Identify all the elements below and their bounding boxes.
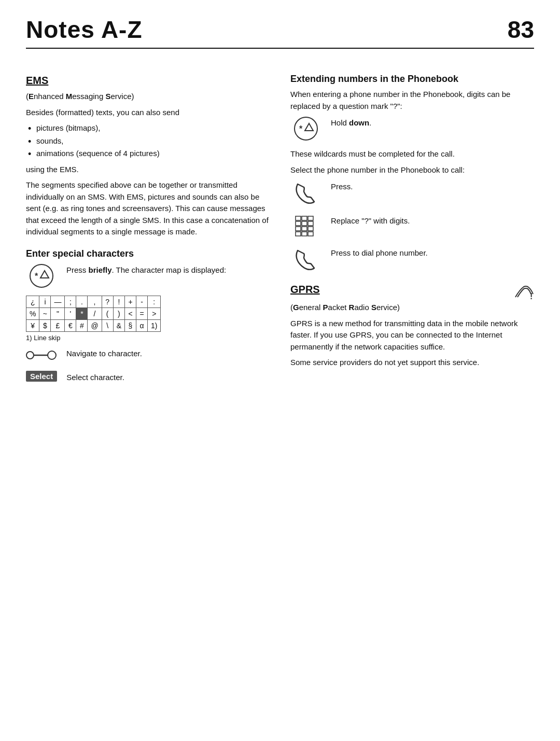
svg-point-3 — [26, 352, 34, 359]
svg-marker-2 — [40, 271, 49, 278]
list-item: animations (sequence of 4 pictures) — [26, 148, 270, 160]
star-key-icon-cell: * — [26, 263, 57, 288]
keypad-row: Replace "?" with digits. — [290, 214, 534, 239]
char-table: ¿ i — ; . , ? ! + - : — [26, 296, 161, 332]
char-cell: ? — [102, 296, 113, 307]
svg-rect-14 — [308, 221, 313, 226]
extending-heading: Extending numbers in the Phonebook — [290, 74, 534, 85]
svg-text:*: * — [299, 124, 303, 133]
char-cell: , — [88, 296, 102, 307]
char-cell: % — [26, 307, 39, 319]
phone-press-icon-cell — [290, 180, 321, 207]
left-column: EMS (Enhanced Messaging Service) Besides… — [26, 64, 270, 390]
char-cell: 1) — [148, 319, 161, 331]
ems-bullet-list: pictures (bitmaps), sounds, animations (… — [26, 122, 270, 160]
svg-text:!: ! — [530, 292, 533, 299]
char-cell-selected: * — [76, 307, 88, 319]
char-cell: . — [76, 296, 88, 307]
gprs-body2: Some service providers do not yet suppor… — [290, 357, 534, 369]
svg-rect-18 — [296, 232, 301, 236]
char-cell: @ — [88, 319, 102, 331]
svg-rect-17 — [308, 227, 313, 231]
extending-body1: When entering a phone number in the Phon… — [290, 89, 534, 112]
hold-key-icon: * — [293, 116, 318, 141]
enter-special-section: Enter special characters * Press briefly… — [26, 248, 270, 384]
char-row: ¿ i — ; . , ? ! + - : — [26, 296, 161, 307]
char-cell: > — [148, 307, 161, 319]
press-phone-row: Press. — [290, 180, 534, 207]
hold-key-icon-cell: * — [290, 116, 321, 141]
svg-rect-20 — [308, 232, 313, 236]
char-row: % ~ " ' * / ( ) < = > — [26, 307, 161, 319]
svg-rect-9 — [296, 216, 301, 220]
ems-m: M — [66, 92, 73, 101]
char-cell: \ — [102, 319, 113, 331]
star-key-icon: * — [29, 263, 54, 288]
char-cell: + — [125, 296, 136, 307]
char-cell: £ — [51, 319, 65, 331]
char-cell: ~ — [39, 307, 51, 319]
select-button[interactable]: Select — [26, 371, 57, 382]
footnote: 1) Line skip — [26, 334, 270, 342]
keypad-icon-cell — [290, 214, 321, 239]
svg-rect-19 — [302, 232, 307, 236]
char-cell: " — [51, 307, 65, 319]
keypad-icon — [293, 214, 318, 239]
char-cell: ; — [65, 296, 76, 307]
char-cell: & — [113, 319, 124, 331]
ems-body: The segments specified above can be toge… — [26, 179, 270, 238]
ems-s: S — [105, 92, 110, 101]
list-item: pictures (bitmaps), — [26, 122, 270, 134]
svg-rect-12 — [296, 221, 301, 226]
char-cell: : — [148, 296, 161, 307]
page-number: 83 — [508, 16, 534, 44]
gprs-heading: GPRS — [290, 284, 320, 296]
char-cell: / — [88, 307, 102, 319]
gprs-body1: GPRS is a new method for transmitting da… — [290, 318, 534, 353]
char-cell: ' — [65, 307, 76, 319]
char-cell: # — [76, 319, 88, 331]
select-row: Select Select character. — [26, 371, 270, 384]
svg-marker-8 — [305, 123, 313, 131]
page-title: Notes A-Z — [26, 16, 143, 44]
ems-using: using the EMS. — [26, 164, 270, 176]
char-cell: i — [39, 296, 51, 307]
gprs-acronym: (General Packet Radio Service) — [290, 302, 534, 314]
right-column: Extending numbers in the Phonebook When … — [290, 64, 534, 373]
wildcards-text: These wildcards must be completed for th… — [290, 148, 534, 160]
ems-intro: Besides (formatted) texts, you can also … — [26, 107, 270, 119]
hold-down-text: Hold down. — [331, 116, 534, 129]
gprs-header-row: GPRS ! — [290, 284, 534, 300]
press-briefly-row: * Press briefly. The character map is di… — [26, 263, 270, 288]
navigate-text: Navigate to character. — [66, 347, 270, 360]
char-row: ¥ $ £ € # @ \ & § α 1) — [26, 319, 161, 331]
select-phonebook-text: Select the phone number in the Phonebook… — [290, 164, 534, 176]
char-cell: $ — [39, 319, 51, 331]
svg-text:*: * — [35, 272, 38, 281]
char-cell: ) — [113, 307, 124, 319]
ems-heading: EMS — [26, 75, 270, 87]
replace-text: Replace "?" with digits. — [331, 214, 534, 227]
extending-section: Extending numbers in the Phonebook When … — [290, 74, 534, 273]
gprs-signal-icon: ! — [514, 285, 534, 299]
char-cell: ¥ — [26, 319, 39, 331]
char-cell: - — [136, 296, 148, 307]
char-cell: α — [136, 319, 148, 331]
dial-row: Press to dial phone number. — [290, 246, 534, 273]
phone-dial-icon — [292, 246, 319, 273]
page: Notes A-Z 83 EMS (Enhanced Messaging Ser… — [0, 0, 560, 741]
svg-rect-11 — [308, 216, 313, 220]
navigate-row: Navigate to character. — [26, 347, 270, 363]
ems-section: EMS (Enhanced Messaging Service) Besides… — [26, 75, 270, 238]
char-cell: ¿ — [26, 296, 39, 307]
phone-icon — [292, 180, 319, 207]
gprs-section: GPRS ! (General Packet Radio Service) GP… — [290, 284, 534, 369]
char-cell: § — [125, 319, 136, 331]
navigate-icon — [26, 347, 57, 363]
page-header: Notes A-Z 83 — [26, 16, 534, 49]
char-cell: € — [65, 319, 76, 331]
char-cell: < — [125, 307, 136, 319]
select-char-text: Select character. — [66, 371, 270, 384]
char-cell: ! — [113, 296, 124, 307]
char-cell: — — [51, 296, 65, 307]
